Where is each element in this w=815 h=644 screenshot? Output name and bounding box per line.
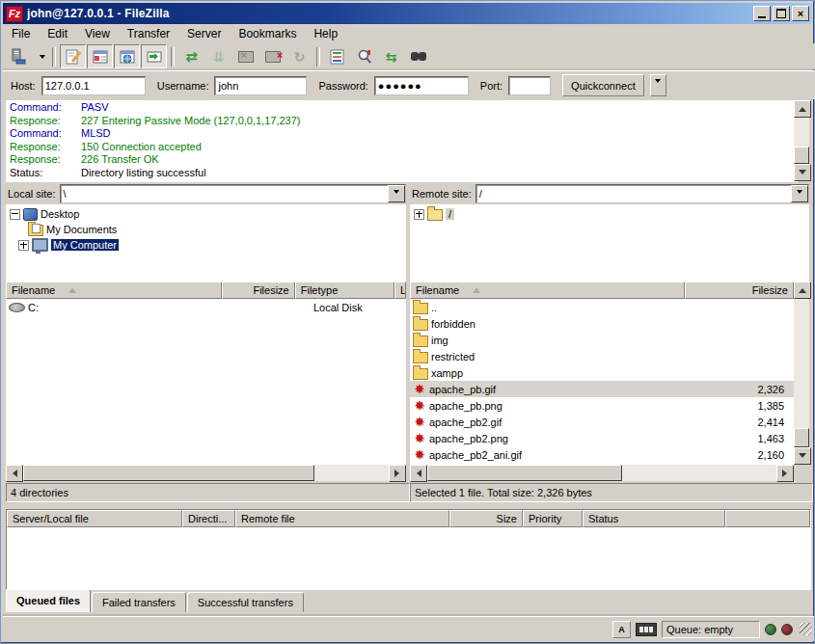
file-row[interactable]: xampp [410,364,794,381]
file-row[interactable]: restricted [410,348,794,364]
file-row[interactable]: forbidden [410,315,794,332]
menu-file[interactable]: File [3,25,39,42]
column-remote-file[interactable]: Remote file [235,510,449,527]
disconnect-button[interactable]: × [259,44,285,68]
tab-failed-transfers[interactable]: Failed transfers [92,592,186,612]
remote-file-list[interactable]: .. forbidden img restricted xampp ✸apach… [410,299,794,465]
column-status[interactable]: Status [583,510,725,527]
scroll-left-button[interactable] [6,465,23,482]
column-server-local-file[interactable]: Server/Local file [7,510,182,527]
column-filename[interactable]: Filename [6,282,222,299]
remote-hscrollbar[interactable] [410,465,794,481]
port-input[interactable] [508,76,551,95]
file-row[interactable]: ✸apache_pb2_ani.gif2,160 [410,446,794,463]
file-row[interactable]: ✸apache_pb2.gif2,414 [410,414,794,430]
tree-item-my-documents[interactable]: My Documents [6,222,406,237]
file-row[interactable]: ✸apache_pb.png1,385 [410,397,794,414]
scroll-up-button[interactable] [794,282,811,299]
transfer-type-indicator-icon[interactable]: A [612,621,631,638]
minimize-button[interactable] [753,6,771,21]
local-hscrollbar[interactable] [6,465,406,481]
site-manager-button[interactable] [7,44,48,68]
column-filename[interactable]: Filename [410,282,685,299]
cancel-operation-button[interactable]: × [232,44,258,68]
maximize-button[interactable] [773,6,790,21]
synchronized-browsing-button[interactable]: ⇆ [378,44,404,68]
expand-icon[interactable] [414,209,424,220]
menu-transfer[interactable]: Transfer [119,25,178,42]
close-button[interactable]: × [792,6,809,21]
combo-dropdown-button[interactable] [791,185,808,202]
activity-led-green-icon [765,624,776,635]
remote-vscrollbar[interactable] [794,282,809,465]
refresh-button[interactable]: ⇄ [178,44,204,68]
remote-site-combo[interactable]: / [475,184,809,203]
column-size[interactable]: Size [449,510,523,527]
toggle-message-log-button[interactable] [60,44,86,68]
remote-tree[interactable]: / [410,204,809,282]
scrollbar-thumb[interactable] [794,428,809,447]
scrollbar-thumb[interactable] [794,147,809,164]
combo-dropdown-button[interactable] [388,185,405,202]
scroll-down-button[interactable] [794,447,811,465]
column-filetype[interactable]: Filetype [295,282,394,299]
process-queue-button[interactable]: ⇊ [205,44,231,68]
scrollbar-thumb[interactable] [23,465,314,481]
scroll-down-button[interactable] [794,164,811,181]
toggle-queue-button[interactable] [141,44,167,68]
scroll-right-button[interactable] [389,465,406,482]
toggle-remote-tree-button[interactable] [114,44,140,68]
transfer-queue-panel[interactable]: Server/Local file Directi... Remote file… [6,509,811,590]
local-tree[interactable]: Desktop My Documents My Computer [6,204,406,282]
collapse-icon[interactable] [10,209,20,220]
local-site-path: \ [61,188,388,200]
tree-item-my-computer[interactable]: My Computer [6,237,406,253]
password-input[interactable] [374,76,469,95]
speed-limits-icon[interactable] [636,623,657,636]
column-filesize[interactable]: Filesize [222,282,294,299]
file-row[interactable]: ✸apache_pb2.png1,463 [410,430,794,446]
directory-comparison-button[interactable] [351,44,377,68]
file-name: apache_pb2.png [429,433,694,444]
horizontal-splitter[interactable] [3,502,812,509]
scroll-left-button[interactable] [410,465,427,482]
quickconnect-dropdown-button[interactable] [650,74,666,96]
local-file-list[interactable]: C: Local Disk [6,299,406,465]
resize-grip[interactable] [800,623,812,635]
file-row-c-drive[interactable]: C: Local Disk [6,299,406,315]
column-filesize[interactable]: Filesize [685,282,794,299]
expand-icon[interactable] [18,240,29,251]
reconnect-button[interactable]: ↻ [286,44,312,68]
tree-item-desktop[interactable]: Desktop [6,206,406,222]
menu-server[interactable]: Server [178,25,230,42]
host-input[interactable] [41,76,146,95]
menu-edit[interactable]: Edit [39,25,76,42]
local-site-combo[interactable]: \ [60,184,406,203]
scrollbar-thumb[interactable] [427,465,622,481]
file-row[interactable]: img [410,332,794,348]
menu-view[interactable]: View [76,25,119,42]
scroll-right-button[interactable] [776,465,794,482]
log-scrollbar[interactable] [794,100,809,181]
username-input[interactable] [214,76,307,95]
file-row-selected[interactable]: ✸apache_pb.gif2,326 [410,381,794,397]
scroll-up-button[interactable] [794,100,811,118]
log-label: Command: [10,127,81,141]
find-files-button[interactable] [405,44,431,68]
file-name: img [431,335,694,346]
tab-successful-transfers[interactable]: Successful transfers [187,592,304,612]
tab-queued-files[interactable]: Queued files [6,589,91,612]
quickconnect-button[interactable]: Quickconnect [562,74,644,96]
directory-filter-button[interactable] [324,44,350,68]
menu-bookmarks[interactable]: Bookmarks [230,25,305,42]
menu-help[interactable]: Help [305,25,346,42]
column-last-modified[interactable]: L [394,282,406,299]
message-log[interactable]: Command:PASV Response:227 Entering Passi… [6,100,798,182]
file-row[interactable]: .. [410,299,794,315]
title-bar[interactable]: Fz john@127.0.0.1 - FileZilla × [3,3,812,24]
tree-item-root[interactable]: / [410,206,809,222]
column-direction[interactable]: Directi... [182,510,235,527]
column-priority[interactable]: Priority [523,510,583,527]
filter-icon [329,48,346,66]
toggle-local-tree-button[interactable] [87,44,113,68]
